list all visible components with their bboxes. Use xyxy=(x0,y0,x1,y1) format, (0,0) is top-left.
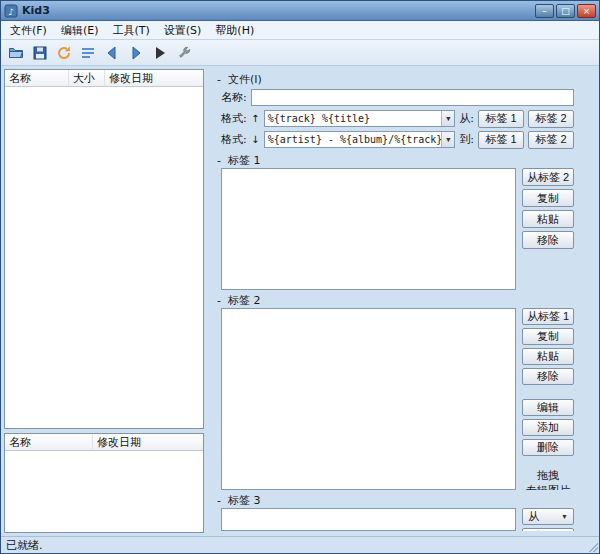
tag1-frame xyxy=(221,168,516,290)
open-button[interactable] xyxy=(5,42,27,64)
wrench-icon xyxy=(176,45,192,61)
file-list-body[interactable] xyxy=(5,87,203,428)
format-to-label: 格式: xyxy=(221,132,247,147)
close-button[interactable]: × xyxy=(577,4,596,18)
tag2-row: 从标签 1 复制 粘贴 移除 编辑 添加 删除 拖拽 专辑图片 到此处 xyxy=(221,308,574,490)
arrow-left-icon xyxy=(104,45,120,61)
tag3-button-column: 从 ▼ 到 ▼ xyxy=(522,508,574,531)
tag3-section-toggle[interactable]: - xyxy=(215,494,223,507)
format-to-combobox[interactable]: %{artist} - %{album}/%{track} %{title} ▼ xyxy=(264,131,456,148)
menu-item-tools[interactable]: 工具(T) xyxy=(105,22,156,39)
settings-button[interactable] xyxy=(173,42,195,64)
tag1-paste-button[interactable]: 粘贴 xyxy=(522,210,574,228)
file-section-header: - 文件(I) xyxy=(215,71,574,87)
toolbar xyxy=(1,40,599,66)
tag3-row: 从 ▼ 到 ▼ xyxy=(221,508,574,531)
menu-item-edit[interactable]: 编辑(E) xyxy=(54,22,106,39)
format-from-value: %{track} %{title} xyxy=(268,113,370,124)
save-button[interactable] xyxy=(29,42,51,64)
splitter[interactable] xyxy=(206,69,209,533)
next-file-button[interactable] xyxy=(125,42,147,64)
minimize-button[interactable]: – xyxy=(535,4,554,18)
tag2-button-column: 从标签 1 复制 粘贴 移除 编辑 添加 删除 拖拽 专辑图片 到此处 xyxy=(522,308,574,490)
tag3-to-button[interactable]: 到 ▼ xyxy=(522,528,574,531)
folder-list-panel: 名称 修改日期 xyxy=(4,433,204,533)
tag1-section-title: 标签 1 xyxy=(228,153,261,168)
tag2-add-button[interactable]: 添加 xyxy=(522,419,574,436)
file-list-header: 名称 大小 修改日期 xyxy=(5,70,203,87)
menu-item-help[interactable]: 帮助(H) xyxy=(208,22,261,39)
arrow-up-icon: ↑ xyxy=(251,113,260,124)
left-pane: 名称 大小 修改日期 名称 修改日期 xyxy=(4,69,204,533)
tag1-from-tag2-button[interactable]: 从标签 2 xyxy=(522,168,574,186)
tag2-section-toggle[interactable]: - xyxy=(215,294,223,307)
tag1-remove-button[interactable]: 移除 xyxy=(522,231,574,249)
file-list-panel: 名称 大小 修改日期 xyxy=(4,69,204,429)
tag3-from-button[interactable]: 从 ▼ xyxy=(522,508,574,525)
folder-column-modified[interactable]: 修改日期 xyxy=(93,434,203,450)
window-controls: – □ × xyxy=(535,4,596,18)
resize-grip[interactable] xyxy=(587,541,598,552)
filename-label: 名称: xyxy=(221,90,247,105)
folder-column-name[interactable]: 名称 xyxy=(5,434,93,450)
revert-icon xyxy=(56,45,72,61)
filename-from-tag1-button[interactable]: 标签 1 xyxy=(478,110,524,128)
tag2-from-tag1-button[interactable]: 从标签 1 xyxy=(522,308,574,325)
main-area: 名称 大小 修改日期 名称 修改日期 - 文件(I) 名称: xyxy=(1,66,599,536)
folder-list-header: 名称 修改日期 xyxy=(5,434,203,451)
file-column-size[interactable]: 大小 xyxy=(69,70,105,86)
file-column-name[interactable]: 名称 xyxy=(5,70,69,86)
window-title: Kid3 xyxy=(22,4,531,17)
filename-row: 名称: xyxy=(221,87,574,108)
save-icon xyxy=(32,45,48,61)
status-text: 已就绪. xyxy=(6,538,43,553)
revert-button[interactable] xyxy=(53,42,75,64)
chevron-down-icon[interactable]: ▼ xyxy=(441,111,454,126)
tag2-copy-button[interactable]: 复制 xyxy=(522,328,574,345)
menu-item-file[interactable]: 文件(F) xyxy=(3,22,54,39)
tag1-row: 从标签 2 复制 粘贴 移除 xyxy=(221,168,574,290)
arrow-right-icon xyxy=(128,45,144,61)
svg-text:♪: ♪ xyxy=(8,6,14,16)
tag1-section-toggle[interactable]: - xyxy=(215,154,223,167)
arrow-down-icon: ↓ xyxy=(251,134,260,145)
file-section-toggle[interactable]: - xyxy=(215,73,223,86)
to-label: 到: xyxy=(459,132,474,147)
tag2-remove-button[interactable]: 移除 xyxy=(522,368,574,385)
previous-file-button[interactable] xyxy=(101,42,123,64)
filename-from-tag2-button[interactable]: 标签 2 xyxy=(528,110,574,128)
open-folder-icon xyxy=(8,45,24,61)
tag-editor-pane: - 文件(I) 名称: 格式: ↑ %{track} %{title} ▼ 从:… xyxy=(211,69,596,533)
app-icon: ♪ xyxy=(4,4,18,18)
format-from-combobox[interactable]: %{track} %{title} ▼ xyxy=(264,110,456,127)
drop-hint-line: 拖拽 xyxy=(522,469,574,484)
folder-list-body[interactable] xyxy=(5,451,203,532)
playlist-button[interactable] xyxy=(77,42,99,64)
filename-to-tag2-button[interactable]: 标签 2 xyxy=(528,131,574,149)
filename-input[interactable] xyxy=(251,89,574,106)
play-button[interactable] xyxy=(149,42,171,64)
tag2-frame xyxy=(221,308,516,490)
tag3-section-header: - 标签 3 xyxy=(215,492,574,508)
chevron-down-icon: ▼ xyxy=(561,513,568,520)
file-column-modified[interactable]: 修改日期 xyxy=(105,70,203,86)
title-bar[interactable]: ♪ Kid3 – □ × xyxy=(1,1,599,21)
playlist-icon xyxy=(80,45,96,61)
chevron-down-icon[interactable]: ▼ xyxy=(441,132,454,147)
status-bar: 已就绪. xyxy=(1,536,599,553)
kid3-window: ♪ Kid3 – □ × 文件(F) 编辑(E) 工具(T) 设置(S) 帮助(… xyxy=(0,0,600,554)
tag2-delete-button[interactable]: 删除 xyxy=(522,439,574,456)
format-to-row: 格式: ↓ %{artist} - %{album}/%{track} %{ti… xyxy=(221,129,574,150)
filename-to-tag1-button[interactable]: 标签 1 xyxy=(478,131,524,149)
tag1-copy-button[interactable]: 复制 xyxy=(522,189,574,207)
tag2-paste-button[interactable]: 粘贴 xyxy=(522,348,574,365)
tag1-section-header: - 标签 1 xyxy=(215,152,574,168)
tag3-section-title: 标签 3 xyxy=(228,493,261,508)
tag3-frame xyxy=(221,508,516,531)
tag1-button-column: 从标签 2 复制 粘贴 移除 xyxy=(522,168,574,290)
maximize-button[interactable]: □ xyxy=(556,4,575,18)
tag2-edit-button[interactable]: 编辑 xyxy=(522,399,574,416)
menu-bar: 文件(F) 编辑(E) 工具(T) 设置(S) 帮助(H) xyxy=(1,21,599,40)
format-from-label: 格式: xyxy=(221,111,247,126)
menu-item-settings[interactable]: 设置(S) xyxy=(157,22,209,39)
